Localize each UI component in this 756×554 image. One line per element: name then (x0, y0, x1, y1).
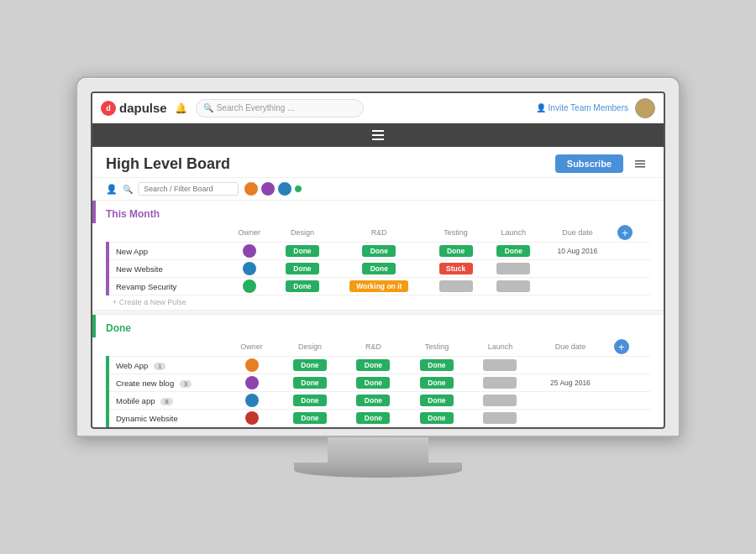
done-table: Owner Design R&D Testing Launch Due date… (106, 337, 650, 427)
search-icon: 🔍 (203, 103, 213, 112)
search-filter-icon: 🔍 (123, 185, 133, 194)
design-cell[interactable]: Done (278, 357, 342, 374)
design-cell[interactable]: Done (274, 278, 332, 295)
launch-cell[interactable] (469, 410, 533, 427)
launch-badge (483, 359, 517, 371)
col-design-header: Design (274, 223, 332, 243)
hamburger-icon (372, 130, 384, 140)
rnd-cell[interactable]: Done (342, 410, 406, 427)
launch-cell[interactable]: Done (485, 243, 543, 260)
testing-cell[interactable]: Done (405, 392, 469, 410)
monitor-wrapper: d dapulse 🔔 🔍 Search Everything ... 👤 In… (76, 76, 680, 478)
row-action (609, 357, 650, 374)
design-cell[interactable]: Done (274, 243, 332, 260)
filter-icon: 👤 (106, 184, 118, 195)
row-count: 1 (154, 363, 165, 370)
col-duedate-header: Due date (532, 337, 609, 357)
design-cell[interactable]: Done (278, 410, 342, 427)
testing-cell[interactable]: Done (405, 357, 469, 374)
create-pulse-button[interactable]: + Create a New Pulse (106, 295, 650, 310)
owner-cell (225, 392, 278, 410)
member-avatar-4 (294, 185, 302, 193)
table-row: Revamp Security Done Working on it (108, 278, 650, 295)
col-rnd-header: R&D (342, 337, 406, 357)
this-month-title: This Month (106, 208, 160, 220)
filter-bar: 👤 🔍 (92, 178, 664, 201)
table-row: New Website Done Done Stuck (108, 260, 650, 278)
invite-team-button[interactable]: 👤 Invite Team Members (536, 103, 628, 112)
design-cell[interactable]: Done (278, 392, 342, 410)
testing-badge: Done (420, 377, 454, 389)
col-name-header (108, 223, 225, 243)
rnd-cell[interactable]: Done (342, 374, 406, 392)
testing-cell[interactable] (427, 278, 485, 295)
launch-cell[interactable] (485, 278, 543, 295)
due-date-cell (543, 278, 612, 295)
rnd-cell[interactable]: Done (331, 243, 427, 260)
design-cell[interactable]: Done (274, 260, 332, 278)
rnd-cell[interactable]: Done (342, 357, 406, 374)
col-rnd-header: R&D (331, 223, 427, 243)
testing-badge (439, 280, 473, 292)
launch-cell[interactable] (469, 392, 533, 410)
design-badge: Done (286, 263, 319, 274)
testing-badge: Done (439, 245, 473, 257)
member-avatars (244, 181, 302, 196)
filter-input[interactable] (138, 182, 239, 196)
testing-cell[interactable]: Done (427, 243, 485, 260)
this-month-column-headers: Owner Design R&D Testing Launch Due date… (108, 223, 650, 243)
monitor-body: d dapulse 🔔 🔍 Search Everything ... 👤 In… (76, 76, 680, 437)
owner-avatar (245, 394, 259, 407)
board-title: High Level Board (106, 155, 555, 173)
invite-icon: 👤 (536, 103, 546, 112)
rnd-cell[interactable]: Done (342, 392, 406, 410)
rnd-badge: Done (356, 395, 390, 406)
svg-rect-2 (635, 166, 645, 168)
row-action (609, 392, 650, 410)
design-badge: Done (293, 412, 327, 424)
add-column-button[interactable]: + (617, 225, 633, 240)
done-title: Done (106, 322, 131, 334)
monitor-stand-base (294, 463, 462, 478)
row-name: New Website (108, 260, 225, 278)
navbar: d dapulse 🔔 🔍 Search Everything ... 👤 In… (92, 93, 664, 123)
row-name: Revamp Security (108, 278, 225, 295)
this-month-table: Owner Design R&D Testing Launch Due date… (106, 223, 650, 295)
subscribe-button[interactable]: Subscribe (555, 154, 623, 173)
search-bar[interactable]: 🔍 Search Everything ... (196, 99, 364, 118)
launch-cell[interactable] (485, 260, 543, 278)
design-cell[interactable]: Done (278, 374, 342, 392)
launch-badge (496, 280, 530, 292)
launch-cell[interactable] (469, 374, 533, 392)
due-date-cell: 10 Aug 2016 (543, 243, 612, 260)
testing-badge: Done (420, 412, 454, 424)
board-menu-button[interactable] (630, 154, 650, 174)
launch-cell[interactable] (469, 357, 533, 374)
col-duedate-header: Due date (543, 223, 612, 243)
row-count: 3 (180, 380, 192, 388)
row-name: Create new blog 3 (108, 374, 225, 392)
user-avatar[interactable] (635, 98, 655, 118)
add-column-done-button[interactable]: + (614, 339, 629, 354)
done-group-header: Done (92, 315, 664, 337)
row-action (609, 410, 650, 427)
owner-avatar (243, 244, 256, 258)
owner-cell (225, 260, 274, 278)
row-action (612, 260, 650, 278)
search-placeholder-text: Search Everything ... (217, 103, 295, 112)
rnd-cell[interactable]: Done (331, 260, 427, 278)
design-badge: Done (293, 359, 327, 371)
testing-cell[interactable]: Done (405, 410, 469, 427)
col-add-header: + (612, 223, 650, 243)
col-owner-header: Owner (225, 337, 278, 357)
notification-bell[interactable]: 🔔 (174, 101, 189, 116)
design-badge: Done (293, 377, 327, 389)
testing-cell[interactable]: Stuck (427, 260, 485, 278)
sidebar-toggle[interactable] (92, 123, 664, 147)
row-action (612, 243, 650, 260)
rnd-cell[interactable]: Working on it (331, 278, 427, 295)
owner-avatar (243, 280, 256, 293)
logo-icon: d (101, 101, 116, 116)
testing-cell[interactable]: Done (405, 374, 469, 392)
owner-cell (225, 278, 274, 295)
